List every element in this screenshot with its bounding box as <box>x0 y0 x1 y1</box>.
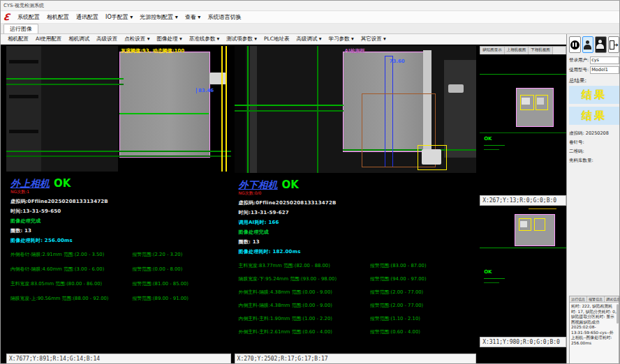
thumbnail-view-2[interactable]: OK <box>480 206 566 337</box>
toolbar-item[interactable]: 图像处理 ▾ <box>154 36 185 43</box>
toolbar-item[interactable]: AI使用配置 <box>33 36 64 43</box>
measurement-row: 隔膜宽度-下:95.24mm 范围:(93.00 - 98.00) 报警范围:(… <box>239 275 474 282</box>
log-text[interactable]: 耗时: 222, 缺陷检测耗时: 17, 缺陷分类耗时: 0, 缺陷提取分区耗时… <box>570 303 619 363</box>
defect-blob <box>422 149 441 165</box>
machine-column <box>41 46 118 172</box>
app-window: CYS-视觉检测系统 Ԑ 系统配置 相机配置 通讯配置 IO手配置 ▾ 光源控制… <box>0 0 620 364</box>
alarm-range-text: 报警范围:(94.00 - 97.00) <box>370 275 426 282</box>
measurement-text: 外侧卷针-隔膜:2.91mm 范围:(2.00 - 3.50) <box>10 251 132 258</box>
measurement-text: 内侧主料-主料:1.90mm 范围:(1.00 - 2.20) <box>239 315 370 322</box>
alarm-range-text: 报警范围:(83.00 - 87.00) <box>370 262 426 269</box>
alarm-range-text: 报警范围:(2.20 - 3.20) <box>132 251 182 258</box>
thumbnail-tab[interactable]: 下相机视图 <box>529 47 553 54</box>
alarm-range-text: 报警范围:(1.10 - 2.10) <box>370 315 420 322</box>
login-user-button[interactable] <box>582 36 594 53</box>
alarm-range-text: 报警范围:(0.60 - 4.00) <box>370 328 420 335</box>
exit-button[interactable]: ➜ <box>608 36 620 53</box>
camera-overlay-text-lower: 外下相机 OK NG次数:0/0 虚拟码:0Ffline202502081331… <box>235 173 477 354</box>
measurement-text: 外侧主料-隔膜:4.38mm 范围:(0.00 - 9.00) <box>239 289 370 296</box>
menu-item[interactable]: 系统配置 <box>14 13 43 22</box>
process-done-line: 图像处理完成 <box>239 229 474 236</box>
menu-item[interactable]: 通讯配置 <box>73 13 102 22</box>
measurement-text: 隔膜宽度-上:90.56mm 范围:(88.00 - 92.00) <box>10 295 132 302</box>
time-line: 时间:13-31-59-650 <box>10 208 228 215</box>
camera-result: OK <box>282 179 299 191</box>
menu-item[interactable]: 查看 ▾ <box>182 13 205 22</box>
toolbar-item[interactable]: 相机调试 <box>66 36 92 43</box>
user-icon <box>584 40 591 50</box>
toolbar-item[interactable]: 相机配置 <box>5 36 31 43</box>
menu-item[interactable]: 光源控制配置 ▾ <box>136 13 182 22</box>
info-fields: 虚拟码: 20250208 卷针号: 二维码: 壳料库数量: <box>569 128 619 167</box>
ai-time-line: 调用AI耗时: 166 <box>239 219 474 226</box>
view-tabs: 运行图像 <box>1 24 619 34</box>
right-panel: ➜ 登录用户: cys 使用型号: Model1 总结果: 结果 结果 <box>566 34 620 364</box>
measurement-text: 外侧主料-主料:2.61mm 范围:(0.60 - 4.00) <box>239 328 370 335</box>
model-label: 使用型号: <box>569 67 589 73</box>
thumbnail-view-1[interactable]: OK <box>480 54 566 195</box>
log-tab[interactable]: 运行信息 <box>570 296 587 302</box>
measurement-text: 主料宽度:83.77mm 范围:(82.00 - 88.00) <box>239 262 370 269</box>
green-guide-line <box>480 74 566 75</box>
log-tab[interactable]: 调试信息 <box>605 296 620 302</box>
toolbar-item[interactable]: 其它设置 ▾ <box>358 36 389 43</box>
yellow-guide-line <box>226 46 227 172</box>
tab-run-image[interactable]: 运行图像 <box>3 24 38 33</box>
toolbar-item[interactable]: PLC地址表 <box>261 36 292 43</box>
menu-item[interactable]: 系统语言切换 <box>204 13 244 22</box>
log-tab[interactable]: 报警信息 <box>587 296 605 302</box>
measurement-row: 内侧卷针-隔膜:4.60mm 范围:(3.00 - 6.00) 报警范围:(0.… <box>10 266 228 273</box>
alarm-range-text: 报警范围:(2.00 - 77.00) <box>370 289 423 296</box>
info-field: 壳料库数量: <box>569 158 619 164</box>
log-scrollbar[interactable] <box>617 304 619 324</box>
menu-item[interactable]: IO手配置 ▾ <box>102 13 136 22</box>
green-guide-line <box>6 78 124 79</box>
barcode-line: 虚拟码:0Ffline2025020813313472B <box>10 198 228 205</box>
defect-blob <box>537 98 544 105</box>
measurement-text: 隔膜宽度-下:95.24mm 范围:(93.00 - 98.00) <box>239 275 370 282</box>
login-user-label: 登录用户: <box>569 57 589 63</box>
menu-item[interactable]: 相机配置 <box>43 13 73 22</box>
green-guide-line <box>119 113 209 114</box>
switch-user-button[interactable] <box>595 36 607 53</box>
main-content: 灰度阈值:93, 动态阈值:100 83.46 外上相机 OK NG次数:1 虚… <box>1 45 566 364</box>
thumbnail-tab[interactable]: 上相机视图 <box>505 47 529 54</box>
camera-panel-lower: AI检测框 73.60 外下相机 OK NG次数:0/0 虚拟码:0Ffline… <box>235 46 477 364</box>
machine-slot <box>9 95 38 98</box>
toolbar-item[interactable]: 高级设置 <box>94 36 120 43</box>
green-guide-line <box>247 46 249 173</box>
pause-icon <box>570 40 580 50</box>
alarm-range-text: 报警范围:(89.00 - 91.00) <box>132 295 188 302</box>
process-time-line: 图像处理耗时: 182.00ms <box>239 248 474 255</box>
green-guide-line <box>317 46 318 173</box>
model-value[interactable]: Model1 <box>590 66 619 74</box>
login-user-value[interactable]: cys <box>590 56 619 64</box>
info-field: 二维码: <box>569 149 619 155</box>
alarm-range-text: 报警范围:(2.00 - 77.00) <box>370 302 423 309</box>
camera-image-lower[interactable]: AI检测框 73.60 <box>235 46 477 173</box>
defect-blob <box>522 98 530 105</box>
threshold-note: 灰度阈值:93, 动态阈值:100 <box>121 47 184 54</box>
measurement-row: 主料宽度:83.05mm 范围:(80.00 - 86.00) 报警范围:(81… <box>10 280 228 287</box>
loop-count-line: 圈数: 13 <box>10 227 228 234</box>
window-title: CYS-视觉检测系统 <box>3 2 44 9</box>
measure-value-label: 73.60 <box>390 59 405 64</box>
toolbar-item[interactable]: 测试项参数 ▾ <box>223 36 260 43</box>
thumbnail-tab[interactable]: 缺陷图显示 <box>480 47 505 54</box>
toolbar-item[interactable]: 基准线参数 ▾ <box>186 36 223 43</box>
machine-slot <box>9 130 38 133</box>
measurement-row: 内侧主料-主料:1.90mm 范围:(1.00 - 2.20) 报警范围:(1.… <box>239 315 474 322</box>
toolbar-item[interactable]: 高级调试 ▾ <box>293 36 324 43</box>
exit-door-icon: ➜ <box>610 40 618 50</box>
toolbar-item[interactable]: 学习参数 ▾ <box>326 36 357 43</box>
toolbar: 相机配置 AI使用配置 相机调试 高级设置 点检设置 ▾ 图像处理 ▾ 基准线参… <box>1 34 566 45</box>
control-buttons: ➜ <box>569 36 619 53</box>
pause-button[interactable] <box>569 36 581 53</box>
coordinate-bar-thumb-1: X:267;Y:13;R:0;G:0;B:0 <box>480 195 566 206</box>
yellow-guide-line <box>221 46 223 172</box>
toolbar-item[interactable]: 点检设置 ▾ <box>121 36 152 43</box>
camera-image-upper[interactable]: 灰度阈值:93, 动态阈值:100 83.46 <box>6 46 231 172</box>
measurement-list: 主料宽度:83.77mm 范围:(82.00 - 88.00) 报警范围:(83… <box>239 262 474 335</box>
machine-column <box>250 46 257 173</box>
result-box-lower: 结果 <box>569 107 619 125</box>
